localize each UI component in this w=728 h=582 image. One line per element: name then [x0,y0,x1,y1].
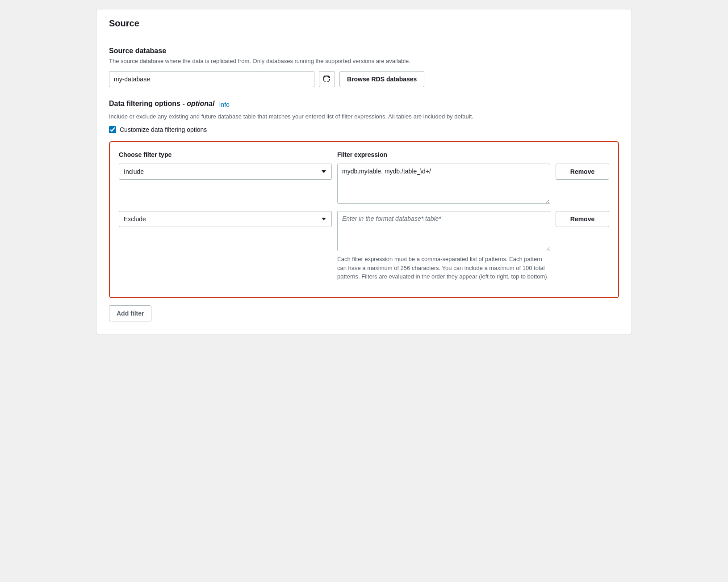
customize-checkbox-row: Customize data filtering options [109,126,619,133]
filter-type-col-label: Choose filter type [119,151,332,158]
refresh-icon [323,76,331,83]
source-database-desc: The source database where the data is re… [109,57,619,66]
page-title: Source [109,18,619,29]
card-body: Source database The source database wher… [96,36,632,334]
filter-expression-textarea-2[interactable] [337,211,550,251]
filter-action-col-label [556,151,609,158]
filter-type-wrapper-2: Include Exclude [119,211,332,227]
source-card: Source Source database The source databa… [96,9,632,334]
source-database-section: Source database The source database wher… [109,47,619,87]
source-database-input[interactable] [109,71,314,87]
add-filter-button[interactable]: Add filter [109,305,151,321]
refresh-button[interactable] [319,71,335,87]
page-container: Source Source database The source databa… [96,9,632,334]
source-database-row: Browse RDS databases [109,71,619,87]
customize-checkbox-label[interactable]: Customize data filtering options [120,126,207,133]
filtering-description: Include or exclude any existing and futu… [109,112,619,121]
filtering-header: Data filtering options - optional Info [109,100,619,110]
filter-columns-header: Choose filter type Filter expression [119,151,609,158]
remove-button-1[interactable]: Remove [556,164,609,180]
filter-expression-textarea-1[interactable]: mydb.mytable, mydb./table_\d+/ [337,164,550,204]
card-header: Source [96,9,632,36]
filtering-label: Data filtering options - optional [109,100,214,108]
filter-help-text: Each filter expression must be a comma-s… [337,255,550,281]
info-link[interactable]: Info [219,101,229,108]
source-database-label: Source database [109,47,619,55]
remove-button-2[interactable]: Remove [556,211,609,227]
filter-type-select-1[interactable]: Include Exclude [119,164,332,180]
filter-expression-col-2: Each filter expression must be a comma-s… [337,211,550,281]
filter-type-select-2[interactable]: Include Exclude [119,211,332,227]
filter-type-wrapper-1: Include Exclude [119,164,332,180]
filter-row-2: Include Exclude Each filter expression m… [119,211,609,281]
browse-rds-button[interactable]: Browse RDS databases [339,71,424,87]
customize-checkbox[interactable] [109,126,116,133]
filter-box: Choose filter type Filter expression Inc… [109,141,619,298]
filter-row-1: Include Exclude mydb.mytable, mydb./tabl… [119,164,609,204]
filter-expression-col-label: Filter expression [337,151,550,158]
data-filtering-section: Data filtering options - optional Info I… [109,100,619,321]
